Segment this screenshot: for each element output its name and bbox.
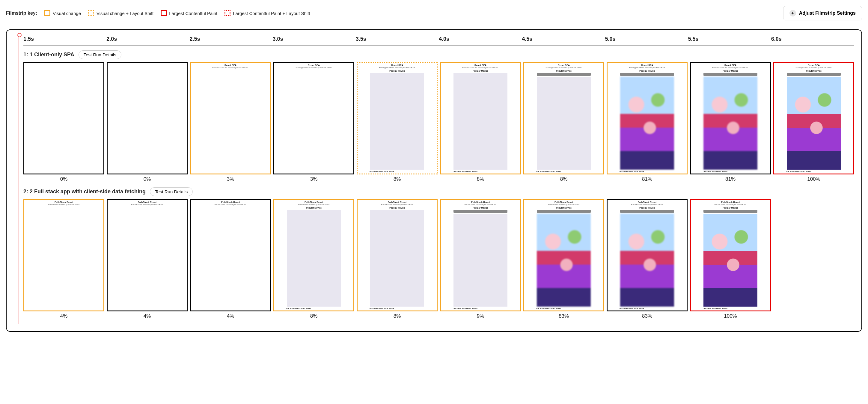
filmstrip-frame-percent: 8% bbox=[394, 176, 401, 182]
filmstrip-frame[interactable]: React SPABootstrapped with Vite. Powered… bbox=[273, 62, 354, 175]
thumb-placeholder bbox=[370, 210, 425, 307]
test-run-details-button[interactable]: Test Run Details bbox=[150, 187, 193, 196]
thumb-section-heading: Popular Movies bbox=[389, 70, 405, 72]
thumb-placeholder bbox=[370, 73, 425, 169]
thumb-section-heading: Popular Movies bbox=[556, 207, 571, 209]
thumb-app-title: React SPA bbox=[224, 64, 237, 66]
filmstrip-frame-percent: 83% bbox=[642, 313, 652, 319]
filmstrip-frame[interactable] bbox=[107, 62, 188, 175]
filmstrip-frame[interactable]: Full-Stack ReactBuilt with Remix. Powere… bbox=[690, 199, 771, 311]
thumb-poster bbox=[537, 214, 591, 307]
filmstrip-frame[interactable] bbox=[23, 62, 104, 175]
filmstrip-frame[interactable]: Full-Stack ReactBuilt with Remix. Powere… bbox=[107, 199, 188, 311]
swatch-lcp bbox=[161, 10, 167, 16]
filmstrip-frame[interactable]: React SPABootstrapped with Vite. Powered… bbox=[357, 62, 438, 175]
page-header: Filmstrip key: Visual change Visual chan… bbox=[6, 6, 862, 20]
thumb-movie-caption: The Super Mario Bros. Movie bbox=[359, 308, 394, 310]
test-run-details-button[interactable]: Test Run Details bbox=[79, 50, 121, 59]
filmstrip-frame[interactable]: Full-Stack ReactBuilt with Remix. Powere… bbox=[607, 199, 688, 311]
filmstrip-frame-percent: 9% bbox=[477, 313, 484, 319]
legend-item-visual-change: Visual change bbox=[44, 10, 81, 16]
thumb-app-tagline: Bootstrapped with Vite. Powered by the M… bbox=[546, 67, 582, 69]
filmstrip-row-title: 2: 2 Full stack app with client-side dat… bbox=[23, 188, 146, 195]
timestamp: 3.5s bbox=[356, 36, 439, 42]
filmstrip-row: 1: 1 Client-only SPATest Run Details0%0%… bbox=[23, 50, 854, 184]
filmstrip-frame[interactable]: Full-Stack ReactBuilt with Remix. Powere… bbox=[523, 199, 604, 311]
settings-button-label: Adjust Filmstrip Settings bbox=[799, 10, 856, 16]
thumb-movie-caption: The Super Mario Bros. Movie bbox=[775, 170, 811, 173]
filmstrip-frame-column: React SPABootstrapped with Vite. Powered… bbox=[607, 62, 688, 182]
swatch-lcp-cls bbox=[224, 10, 230, 16]
legend-text: Largest Contentful Paint bbox=[169, 11, 217, 16]
filmstrip-frame-column: Full-Stack ReactBuilt with Remix. Powere… bbox=[190, 199, 271, 319]
filmstrip-frame-column: Full-Stack ReactBuilt with Remix. Powere… bbox=[607, 199, 688, 319]
thumb-movie-caption: The Super Mario Bros. Movie bbox=[692, 308, 727, 310]
thumb-app-tagline: Bootstrapped with Vite. Powered by the M… bbox=[796, 67, 832, 69]
thumb-app-title: React SPA bbox=[641, 64, 653, 66]
thumb-poster bbox=[704, 214, 758, 307]
thumb-movie-caption: The Super Mario Bros. Movie bbox=[609, 170, 644, 173]
thumb-app-tagline: Built with Remix. Powered by the Movie D… bbox=[548, 204, 580, 206]
filmstrip-frame[interactable]: Full-Stack ReactBuilt with Remix. Powere… bbox=[23, 199, 104, 311]
filmstrip-frame-percent: 8% bbox=[394, 313, 401, 319]
thumb-movie-caption: The Super Mario Bros. Movie bbox=[275, 308, 311, 310]
timestamp: 6.0s bbox=[771, 36, 854, 42]
thumb-app-title: React SPA bbox=[724, 64, 737, 66]
thumb-badge bbox=[704, 73, 758, 76]
filmstrip-frame[interactable]: React SPABootstrapped with Vite. Powered… bbox=[607, 62, 688, 175]
timestamp: 4.0s bbox=[439, 36, 522, 42]
thumb-app-title: Full-Stack React bbox=[138, 201, 156, 204]
filmstrip-frame-column: Full-Stack ReactBuilt with Remix. Powere… bbox=[523, 199, 604, 319]
header-divider bbox=[774, 6, 774, 20]
thumb-app-tagline: Bootstrapped with Vite. Powered by the M… bbox=[712, 67, 748, 69]
legend-item-visual-change-cls: Visual change + Layout Shift bbox=[88, 10, 153, 16]
legend-item-lcp: Largest Contentful Paint bbox=[161, 10, 217, 16]
thumb-badge bbox=[454, 210, 508, 213]
filmstrip-frame-column: React SPABootstrapped with Vite. Powered… bbox=[357, 62, 438, 182]
thumb-app-title: Full-Stack React bbox=[721, 201, 740, 204]
filmstrip-frame[interactable]: Full-Stack ReactBuilt with Remix. Powere… bbox=[190, 199, 271, 311]
filmstrip-frame[interactable]: Full-Stack ReactBuilt with Remix. Powere… bbox=[357, 199, 438, 311]
filmstrip-frame[interactable]: React SPABootstrapped with Vite. Powered… bbox=[440, 62, 521, 175]
filmstrip-frame[interactable]: Full-Stack ReactBuilt with Remix. Powere… bbox=[440, 199, 521, 311]
filmstrip-frames: 0%0%React SPABootstrapped with Vite. Pow… bbox=[23, 62, 854, 184]
filmstrip-row-header: 2: 2 Full stack app with client-side dat… bbox=[23, 187, 854, 196]
filmstrip-frame[interactable]: Full-Stack ReactBuilt with Remix. Powere… bbox=[273, 199, 354, 311]
thumb-app-title: Full-Stack React bbox=[221, 201, 240, 204]
thumb-placeholder bbox=[287, 210, 341, 307]
thumb-section-heading: Popular Movies bbox=[306, 207, 321, 209]
filmstrip-frame-column: React SPABootstrapped with Vite. Powered… bbox=[690, 62, 771, 182]
filmstrip-frame-column: 0% bbox=[107, 62, 188, 182]
timestamp: 2.0s bbox=[106, 36, 189, 42]
adjust-filmstrip-settings-button[interactable]: + Adjust Filmstrip Settings bbox=[783, 6, 862, 20]
timeline-marker[interactable] bbox=[19, 34, 19, 324]
filmstrip-frame[interactable]: React SPABootstrapped with Vite. Powered… bbox=[690, 62, 771, 175]
thumb-app-tagline: Built with Remix. Powered by the Movie D… bbox=[715, 204, 747, 206]
thumb-app-tagline: Built with Remix. Powered by the Movie D… bbox=[631, 204, 663, 206]
thumb-section-heading: Popular Movies bbox=[473, 70, 488, 72]
thumb-app-tagline: Bootstrapped with Vite. Powered by the M… bbox=[212, 67, 248, 69]
thumb-poster bbox=[620, 214, 674, 307]
thumb-app-tagline: Built with Remix. Powered by the Movie D… bbox=[131, 204, 163, 206]
thumb-app-title: Full-Stack React bbox=[55, 201, 73, 204]
filmstrip-frame-percent: 8% bbox=[560, 176, 568, 182]
filmstrip-frame[interactable]: React SPABootstrapped with Vite. Powered… bbox=[190, 62, 271, 175]
legend-label: Filmstrip key: bbox=[6, 10, 37, 16]
thumb-app-title: Full-Stack React bbox=[638, 201, 656, 204]
filmstrip-frame-percent: 81% bbox=[642, 176, 652, 182]
timestamp: 5.0s bbox=[605, 36, 688, 42]
filmstrip-frame[interactable]: React SPABootstrapped with Vite. Powered… bbox=[523, 62, 604, 175]
thumb-poster bbox=[704, 77, 758, 169]
filmstrip-frame-column: Full-Stack ReactBuilt with Remix. Powere… bbox=[23, 199, 104, 319]
filmstrip-frame-percent: 100% bbox=[807, 176, 820, 182]
thumb-badge bbox=[620, 210, 674, 213]
filmstrip-frame[interactable]: React SPABootstrapped with Vite. Powered… bbox=[773, 62, 854, 175]
thumb-app-title: Full-Stack React bbox=[471, 201, 490, 204]
thumb-section-heading: Popular Movies bbox=[556, 70, 571, 72]
filmstrip-frame-column: 0% bbox=[23, 62, 104, 182]
thumb-section-heading: Popular Movies bbox=[723, 207, 738, 209]
filmstrip-frame-percent: 0% bbox=[60, 176, 68, 182]
thumb-app-title: React SPA bbox=[558, 64, 570, 66]
filmstrip-frame-percent: 81% bbox=[725, 176, 736, 182]
filmstrip-frame-column: React SPABootstrapped with Vite. Powered… bbox=[190, 62, 271, 182]
